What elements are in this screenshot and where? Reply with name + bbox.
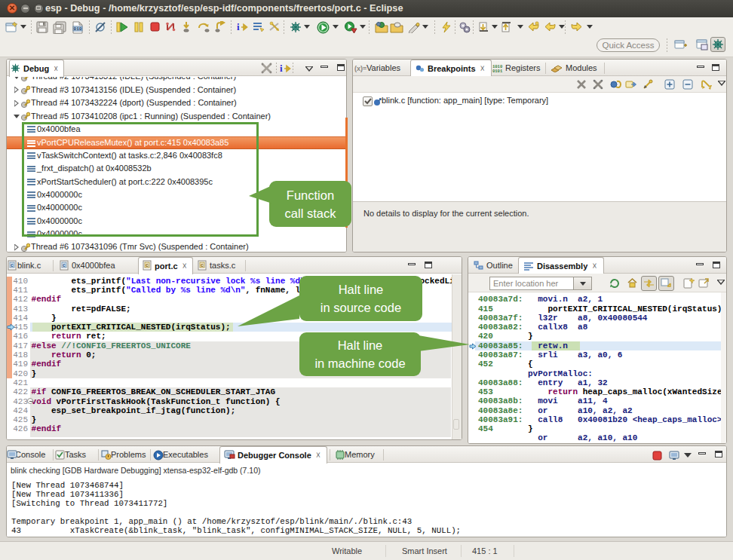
svg-text:0101: 0101 xyxy=(492,69,503,73)
svg-text:i: i xyxy=(280,63,283,74)
svg-text:c: c xyxy=(11,262,14,268)
svg-text:i: i xyxy=(237,21,240,32)
svg-text:c: c xyxy=(201,262,204,268)
svg-text:c: c xyxy=(63,262,66,268)
svg-text:010: 010 xyxy=(74,26,82,32)
svg-text:c: c xyxy=(146,262,149,268)
svg-text:(x)=: (x)= xyxy=(354,65,366,72)
